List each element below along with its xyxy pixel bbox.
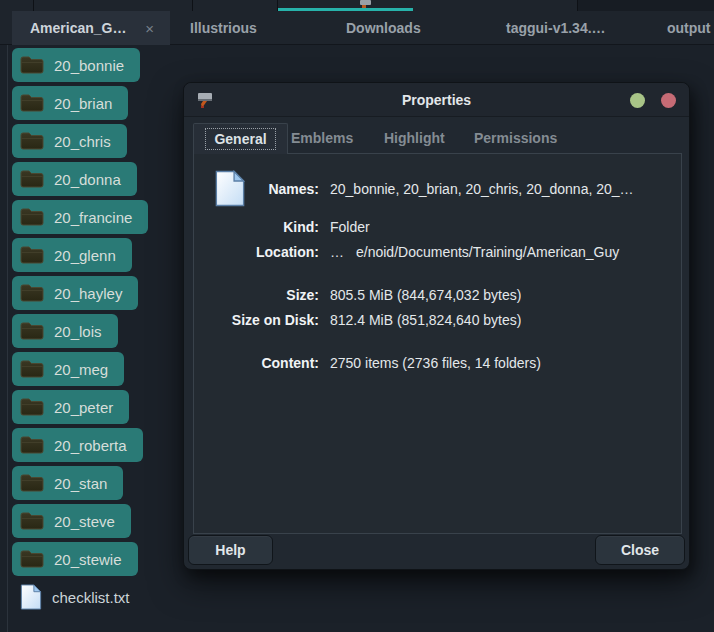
size-on-disk-row: Size on Disk: 812.4 MiB (851,824,640 byt… xyxy=(194,312,675,328)
dialog-tabs: General Emblems Highlight Permissions xyxy=(184,117,689,154)
tab-close-icon[interactable]: × xyxy=(141,19,158,38)
file-item-checklist[interactable]: checklist.txt xyxy=(12,580,146,614)
tab-output[interactable]: output xyxy=(667,11,711,45)
cropped-top-window-strip xyxy=(0,0,714,11)
folder-icon xyxy=(20,435,44,455)
folder-item-peter[interactable]: 20_peter xyxy=(12,390,129,424)
folder-item-lois[interactable]: 20_lois xyxy=(12,314,118,348)
folder-icon xyxy=(20,473,44,493)
folder-label: 20_stan xyxy=(54,475,107,492)
close-button[interactable]: Close xyxy=(595,535,685,565)
tab-permissions[interactable]: Permissions xyxy=(474,123,557,154)
kind-row: Kind: Folder xyxy=(194,219,675,235)
folder-list: 20_bonnie 20_brian 20_chris 20_donna 20_… xyxy=(12,48,148,618)
kind-value: Folder xyxy=(330,219,370,235)
folder-item-steve[interactable]: 20_steve xyxy=(12,504,131,538)
close-window-button[interactable] xyxy=(661,93,676,108)
location-value: e/noid/Documents/Training/American_Guy xyxy=(356,244,619,260)
file-manager-tab-bar: American_G… × Illustrious Downloads tagg… xyxy=(0,11,714,45)
names-label: Names: xyxy=(194,181,319,197)
tab-general-label: General xyxy=(206,129,274,149)
folder-icon xyxy=(20,359,44,379)
size-value: 805.5 MiB (844,674,032 bytes) xyxy=(330,287,521,303)
folder-icon xyxy=(20,511,44,531)
tab-general[interactable]: General xyxy=(193,123,288,154)
folder-item-brian[interactable]: 20_brian xyxy=(12,86,128,120)
folder-label: 20_meg xyxy=(54,361,108,378)
folder-icon xyxy=(20,283,44,303)
content-label: Content: xyxy=(194,355,319,371)
tab-illustrious[interactable]: Illustrious xyxy=(190,11,257,45)
folder-icon xyxy=(20,207,44,227)
folder-label: 20_hayley xyxy=(54,285,122,302)
tab-downloads[interactable]: Downloads xyxy=(346,11,421,45)
strip-separator xyxy=(577,0,578,11)
location-label: Location: xyxy=(194,244,319,260)
folder-label: 20_lois xyxy=(54,323,102,340)
tab-taggui[interactable]: taggui-v1.34.… xyxy=(506,11,606,45)
help-button[interactable]: Help xyxy=(188,535,273,565)
tab-american-guy[interactable]: American_G… × xyxy=(12,11,170,45)
folder-label: 20_steve xyxy=(54,513,115,530)
folder-icon xyxy=(20,549,44,569)
folder-item-meg[interactable]: 20_meg xyxy=(12,352,124,386)
folder-icon xyxy=(20,245,44,265)
folder-label: 20_francine xyxy=(54,209,132,226)
tab-highlight[interactable]: Highlight xyxy=(384,123,445,154)
text-file-icon xyxy=(20,584,42,610)
folder-item-bonnie[interactable]: 20_bonnie xyxy=(12,48,140,82)
folder-item-chris[interactable]: 20_chris xyxy=(12,124,127,158)
folder-label: 20_bonnie xyxy=(54,57,124,74)
folder-label: 20_donna xyxy=(54,171,121,188)
folder-label: 20_chris xyxy=(54,133,111,150)
properties-dialog: Properties General Emblems Highlight Per… xyxy=(183,82,690,570)
folder-item-hayley[interactable]: 20_hayley xyxy=(12,276,138,310)
strip-separator xyxy=(33,0,34,11)
tab-emblems[interactable]: Emblems xyxy=(291,123,353,154)
size-label: Size: xyxy=(194,287,319,303)
folder-item-francine[interactable]: 20_francine xyxy=(12,200,148,234)
folder-icon xyxy=(20,169,44,189)
location-row: Location: … e/noid/Documents/Training/Am… xyxy=(194,244,675,260)
strip-separator xyxy=(192,0,193,11)
folder-label: 20_stewie xyxy=(54,551,122,568)
folder-label: 20_brian xyxy=(54,95,112,112)
maximize-button[interactable] xyxy=(630,93,645,108)
folder-label: 20_roberta xyxy=(54,437,127,454)
general-tab-panel: Names: 20_bonnie, 20_brian, 20_chris, 20… xyxy=(193,153,682,534)
size-row: Size: 805.5 MiB (844,674,032 bytes) xyxy=(194,287,675,303)
tab-label: American_G… xyxy=(30,20,141,36)
folder-item-roberta[interactable]: 20_roberta xyxy=(12,428,143,462)
size-on-disk-value: 812.4 MiB (851,824,640 bytes) xyxy=(330,312,521,328)
folder-item-stewie[interactable]: 20_stewie xyxy=(12,542,138,576)
folder-label: 20_glenn xyxy=(54,247,116,264)
folder-icon xyxy=(20,397,44,417)
content-row: Content: 2750 items (2736 files, 14 fold… xyxy=(194,355,675,371)
folder-icon xyxy=(20,321,44,341)
dialog-titlebar[interactable]: Properties xyxy=(184,83,689,117)
folder-icon xyxy=(20,55,44,75)
size-on-disk-label: Size on Disk: xyxy=(194,312,319,328)
folder-icon xyxy=(20,93,44,113)
names-value: 20_bonnie, 20_brian, 20_chris, 20_donna,… xyxy=(330,181,634,197)
pane-divider xyxy=(7,45,8,632)
folder-icon xyxy=(20,131,44,151)
file-label: checklist.txt xyxy=(52,589,130,606)
mini-pin-icon xyxy=(359,0,372,8)
folder-item-stan[interactable]: 20_stan xyxy=(12,466,123,500)
kind-label: Kind: xyxy=(194,219,319,235)
folder-item-glenn[interactable]: 20_glenn xyxy=(12,238,132,272)
location-ellipsis: … xyxy=(330,244,344,260)
folder-item-donna[interactable]: 20_donna xyxy=(12,162,137,196)
dialog-title: Properties xyxy=(184,83,689,117)
names-row: Names: 20_bonnie, 20_brian, 20_chris, 20… xyxy=(194,181,675,197)
content-value: 2750 items (2736 files, 14 folders) xyxy=(330,355,541,371)
folder-label: 20_peter xyxy=(54,399,113,416)
